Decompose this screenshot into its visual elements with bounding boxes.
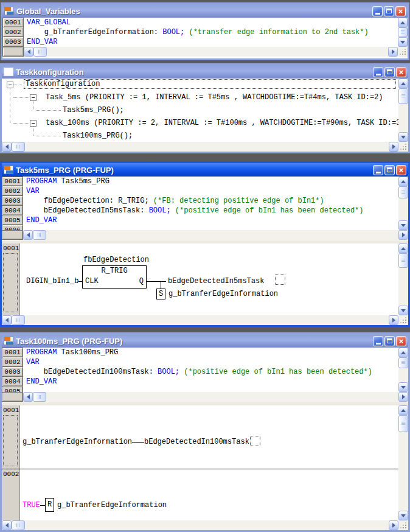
code-line[interactable]: 0001PROGRAM Task5ms_PRG [2,177,398,186]
resize-grip[interactable] [398,520,408,530]
code-line[interactable]: 0002 g_bTranferEdgeInformation: BOOL; (*… [2,27,398,37]
declaration-editor[interactable]: 0001PROGRAM Task100ms_PRG0002VAR0003 bEd… [2,348,398,392]
horizontal-scrollbar[interactable] [2,315,408,325]
scroll-up-button[interactable] [398,405,408,415]
horizontal-scrollbar[interactable] [2,392,408,402]
scroll-thumb[interactable] [398,357,408,368]
code-line[interactable]: 0001VAR_GLOBAL [2,18,398,27]
fup-reset-variable[interactable]: g_bTranferEdgeInformation [57,501,167,509]
fup-network-editor[interactable]: 0002 TRUE R g_bTranferEdgeInformation [2,469,398,520]
vertical-scrollbar[interactable] [398,18,408,47]
scroll-track[interactable] [25,520,389,530]
scroll-left-button[interactable] [23,230,33,240]
function-block[interactable]: R_TRIG CLK Q [82,265,147,289]
declaration-editor[interactable]: 0001PROGRAM Task5ms_PRG0002VAR0003 fbEdg… [2,177,398,230]
scroll-track[interactable] [25,142,389,152]
horizontal-scrollbar[interactable] [2,520,408,530]
horizontal-scrollbar[interactable] [2,142,408,152]
scroll-up-button[interactable] [398,177,408,186]
tree-item-label[interactable]: Task100ms_PRG(); [63,131,133,140]
line-number[interactable]: 0004 [2,205,23,215]
vertical-scrollbar[interactable] [398,405,408,520]
scroll-right-button[interactable] [398,230,408,240]
minimize-button[interactable] [373,336,383,346]
vertical-scrollbar[interactable] [398,79,408,142]
minimize-button[interactable] [373,165,383,175]
fup-output-variable[interactable]: bEdgeDetectedIn5msTask [168,277,264,285]
minimize-button[interactable] [373,67,383,77]
scroll-down-button[interactable] [398,306,408,315]
tree-item-label[interactable]: task_100ms (PRIORITY := 2, INTERVAL := T… [46,119,398,127]
maximize-button[interactable] [384,6,394,16]
declaration-editor[interactable]: 0001VAR_GLOBAL0002 g_bTranferEdgeInforma… [2,18,398,47]
line-number[interactable]: 0002 [2,357,23,367]
insert-position-box[interactable] [275,275,285,285]
tree-item[interactable]: Taskkonfiguration [2,79,398,91]
reset-operator-box[interactable]: R [45,498,54,512]
fup-constant-true[interactable]: TRUE [23,501,40,509]
line-number[interactable]: 0001 [2,18,24,27]
scroll-up-button[interactable] [398,18,408,27]
line-number[interactable]: 0003 [2,37,24,47]
maximize-button[interactable] [384,67,395,77]
scroll-thumb[interactable] [398,88,408,104]
scroll-right-button[interactable] [389,142,398,152]
network-margin[interactable]: 0001 [2,243,20,315]
scroll-right-button[interactable] [389,315,398,325]
code-line[interactable]: 0005END_VAR [2,215,398,225]
resize-grip[interactable] [398,47,408,57]
fb-output-pin[interactable]: Q [139,277,144,285]
line-number[interactable]: 0005 [2,386,23,392]
code-line[interactable]: 0001PROGRAM Task100ms_PRG [2,348,398,357]
scroll-track[interactable] [47,47,388,57]
scroll-thumb[interactable] [12,315,25,325]
task-configuration-tree[interactable]: TaskkonfigurationTask_5ms (PRIORITY := 1… [2,79,398,142]
fup-source-variable[interactable]: g_bTranferEdgeInformation [23,438,132,446]
fup-input-variable[interactable]: DIGIN_bIn1_b [26,277,78,285]
code-line[interactable]: 0003END_VAR [2,37,398,47]
tree-item-label[interactable]: Taskkonfiguration [24,79,396,89]
network-margin[interactable]: 0002 [2,469,20,520]
titlebar[interactable]: Taskkonfiguration × [2,65,408,79]
network-number[interactable]: 0001 [2,243,19,252]
insert-position-box[interactable] [250,436,260,446]
scroll-thumb[interactable] [398,186,408,198]
line-number[interactable]: 0004 [2,376,23,387]
titlebar[interactable]: Global_Variables × [2,4,408,18]
scroll-right-button[interactable] [388,47,398,57]
tree-collapse-icon[interactable] [30,120,36,127]
code-line[interactable]: 0004END_VAR [2,377,398,387]
scroll-down-button[interactable] [398,220,408,230]
tree-item[interactable]: task_100ms (PRIORITY := 2, INTERVAL := T… [2,117,398,130]
horizontal-scrollbar[interactable] [2,47,408,57]
titlebar[interactable]: Task100ms_PRG (PRG-FUP) × [2,334,408,348]
tree-item[interactable]: Task100ms_PRG(); [2,130,398,142]
tree-collapse-icon[interactable] [7,82,13,88]
scroll-thumb[interactable] [398,27,408,37]
line-number[interactable]: 0003 [2,195,23,206]
scroll-thumb[interactable] [33,392,46,402]
network-number[interactable]: 0001 [2,405,19,414]
set-operator-box[interactable]: S [156,289,165,299]
vertical-scrollbar[interactable] [398,177,408,230]
code-line[interactable]: 0003 bEdgeDetectedIn100msTask: BOOL; (*p… [2,367,398,377]
scroll-track[interactable] [398,432,408,511]
scroll-track[interactable] [46,392,398,402]
scroll-track[interactable] [398,268,408,306]
line-number[interactable]: 0006 [2,225,23,230]
horizontal-scrollbar[interactable] [2,230,408,240]
scroll-track[interactable] [46,230,398,240]
scroll-left-button[interactable] [2,315,12,325]
line-number[interactable]: 0003 [2,366,23,377]
code-line[interactable]: 0005 [2,387,398,392]
resize-grip[interactable] [398,142,408,152]
maximize-button[interactable] [384,336,395,346]
scroll-track[interactable] [398,104,408,132]
scroll-up-button[interactable] [398,79,408,88]
scroll-down-button[interactable] [398,37,408,47]
line-number[interactable]: 0002 [2,186,23,196]
vertical-scrollbar[interactable] [398,348,408,392]
minimize-button[interactable] [372,6,383,16]
code-line[interactable]: 0002VAR [2,186,398,196]
scroll-track[interactable] [398,368,408,382]
